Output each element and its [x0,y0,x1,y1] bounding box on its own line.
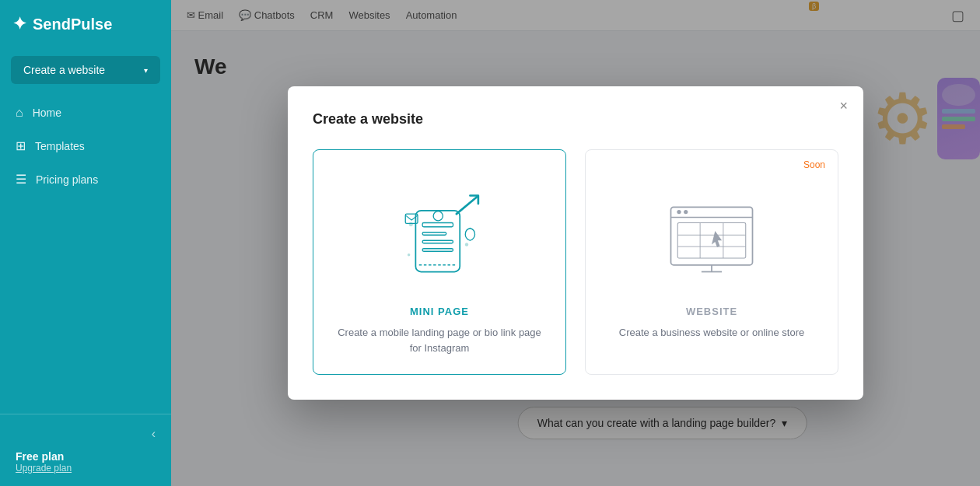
create-btn-label: Create a website [23,64,105,76]
svg-point-13 [677,210,681,214]
close-icon: × [839,98,848,114]
create-website-modal: Create a website × [288,86,863,400]
svg-point-8 [408,253,411,257]
pricing-icon: ☰ [16,172,26,187]
logo-text: SendPulse [33,16,112,33]
chevron-down-icon: ▾ [144,66,148,75]
logo-icon: ✦ [12,14,26,34]
svg-rect-11 [671,207,753,264]
website-description: Create a business website or online stor… [619,325,804,341]
plan-name: Free plan [16,450,156,463]
sidebar-item-home[interactable]: ⌂ Home [0,96,171,129]
templates-icon: ⊞ [16,138,26,153]
modal-close-button[interactable]: × [839,99,848,113]
mini-page-option[interactable]: MINI PAGE Create a mobile landing page o… [313,149,566,375]
sidebar-item-label: Home [33,107,61,119]
modal-title: Create a website [313,111,838,128]
modal-options: MINI PAGE Create a mobile landing page o… [313,149,838,375]
main-content: ✉ Email 💬 Chatbots CRM Websites Automati… [171,0,980,486]
sidebar-collapse-button[interactable]: ‹ [152,427,156,441]
sidebar-nav: ⌂ Home ⊞ Templates ☰ Pricing plans [0,96,171,196]
sidebar-item-pricing[interactable]: ☰ Pricing plans [0,163,171,196]
modal-overlay[interactable]: Create a website × [171,0,980,486]
home-icon: ⌂ [16,106,23,120]
sidebar-bottom: ‹ Free plan Upgrade plan [0,414,171,486]
website-illustration [649,169,774,293]
svg-point-7 [465,243,468,246]
logo: ✦ SendPulse [0,0,171,48]
svg-point-14 [684,210,688,214]
website-option[interactable]: Soon [585,149,838,375]
soon-badge: Soon [803,159,825,170]
mini-page-description: Create a mobile landing page or bio link… [332,325,547,355]
mini-page-illustration [377,169,502,293]
collapse-icon: ‹ [152,427,156,440]
sidebar-item-label: Templates [35,140,85,152]
mini-page-label: MINI PAGE [410,306,469,317]
sidebar: ✦ SendPulse Create a website ▾ ⌂ Home ⊞ … [0,0,171,486]
svg-point-6 [409,222,413,226]
create-website-button[interactable]: Create a website ▾ [11,56,160,84]
website-label: WEBSITE [686,306,737,317]
upgrade-link[interactable]: Upgrade plan [16,463,156,474]
sidebar-item-templates[interactable]: ⊞ Templates [0,129,171,163]
sidebar-item-label: Pricing plans [36,173,98,186]
